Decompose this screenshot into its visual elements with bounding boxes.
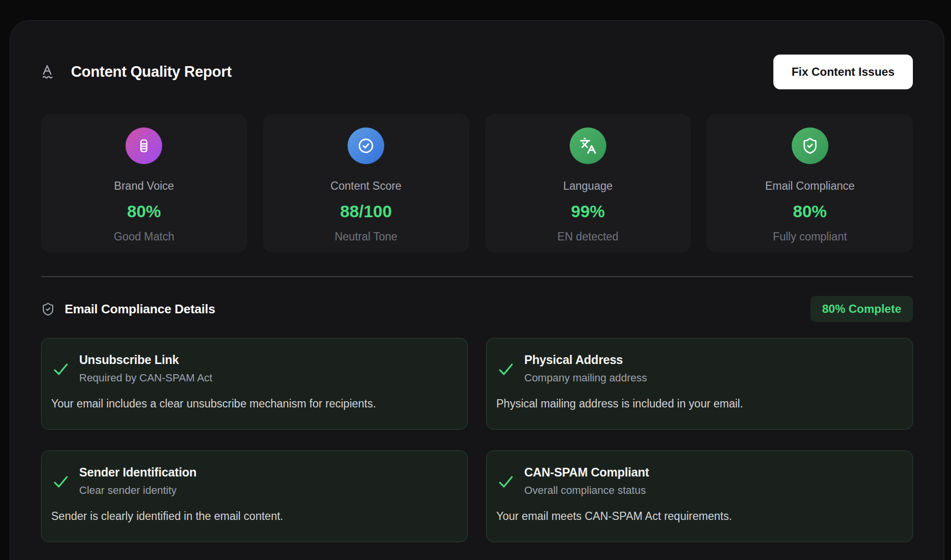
stat-caption: Good Match (114, 230, 174, 243)
stat-label: Content Score (331, 180, 402, 193)
stat-label: Language (563, 180, 613, 193)
stat-value: 88/100 (340, 202, 392, 221)
brand-voice-stack-icon (126, 127, 162, 164)
languages-icon (570, 127, 606, 164)
spellcheck-icon (41, 63, 58, 81)
compliance-item-subtitle: Required by CAN-SPAM Act (79, 372, 212, 384)
check-icon (496, 360, 516, 379)
compliance-item-title: Unsubscribe Link (79, 353, 212, 367)
section-divider (41, 276, 913, 277)
stat-value: 80% (793, 202, 827, 221)
circle-check-icon (348, 127, 384, 164)
stat-card-email-compliance: Email Compliance 80% Fully compliant (707, 114, 913, 252)
content-quality-report-panel: Content Quality Report Fix Content Issue… (10, 20, 944, 560)
compliance-item-subtitle: Clear sender identity (79, 484, 196, 497)
compliance-grid: Unsubscribe Link Required by CAN-SPAM Ac… (41, 338, 913, 542)
compliance-card-physical-address: Physical Address Company mailing address… (486, 338, 913, 430)
compliance-item-description: Your email includes a clear unsubscribe … (51, 397, 454, 410)
compliance-item-subtitle: Overall compliance status (524, 484, 649, 497)
check-icon (51, 472, 70, 491)
shield-check-icon (792, 127, 828, 164)
compliance-section-header: Email Compliance Details 80% Complete (41, 296, 913, 322)
compliance-item-description: Your email meets CAN-SPAM Act requiremen… (496, 510, 899, 523)
stats-row: Brand Voice 80% Good Match Content Score… (41, 114, 913, 252)
compliance-item-title: Sender Identification (79, 465, 196, 479)
compliance-card-can-spam-compliant: CAN-SPAM Compliant Overall compliance st… (486, 450, 913, 542)
stat-label: Email Compliance (765, 180, 854, 193)
fix-content-issues-button[interactable]: Fix Content Issues (773, 55, 913, 89)
stat-value: 99% (571, 202, 605, 221)
compliance-item-title: Physical Address (524, 353, 647, 367)
check-icon (496, 472, 516, 491)
compliance-item-description: Sender is clearly identified in the emai… (51, 510, 454, 523)
compliance-section-title: Email Compliance Details (65, 302, 215, 317)
shield-check-icon (41, 302, 55, 316)
stat-card-brand-voice: Brand Voice 80% Good Match (41, 114, 247, 252)
check-icon (51, 360, 70, 379)
stat-card-language: Language 99% EN detected (485, 114, 691, 252)
stat-caption: EN detected (558, 230, 619, 243)
stat-value: 80% (127, 202, 161, 221)
completion-badge: 80% Complete (811, 296, 913, 322)
compliance-item-description: Physical mailing address is included in … (496, 397, 899, 410)
stat-caption: Fully compliant (773, 230, 847, 243)
compliance-item-title: CAN-SPAM Compliant (524, 465, 649, 479)
page-title: Content Quality Report (71, 63, 232, 81)
report-header: Content Quality Report Fix Content Issue… (41, 55, 913, 89)
compliance-item-subtitle: Company mailing address (524, 372, 647, 384)
stat-label: Brand Voice (114, 180, 174, 193)
compliance-card-sender-identification: Sender Identification Clear sender ident… (41, 450, 468, 542)
stat-card-content-score: Content Score 88/100 Neutral Tone (263, 114, 469, 252)
stat-caption: Neutral Tone (335, 230, 397, 243)
compliance-card-unsubscribe-link: Unsubscribe Link Required by CAN-SPAM Ac… (41, 338, 468, 430)
